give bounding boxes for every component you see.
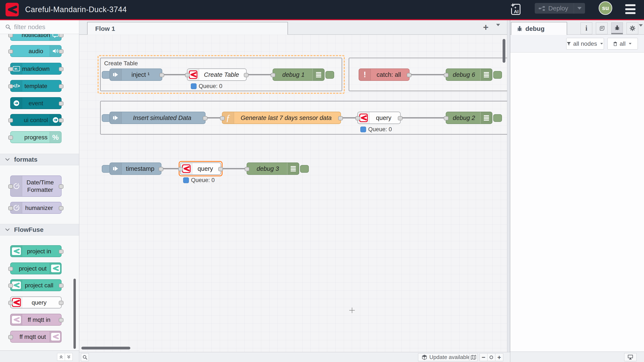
- node-query3-selected[interactable]: query: [180, 163, 221, 175]
- debug-filter-button[interactable]: all nodes: [566, 38, 604, 50]
- tab-flow-1[interactable]: Flow 1: [87, 22, 288, 35]
- output-port[interactable]: [338, 116, 343, 120]
- sidebar-splitter[interactable]: [507, 20, 510, 362]
- sidebar-tab-config[interactable]: [626, 22, 638, 34]
- palette-scrollbar[interactable]: [74, 279, 76, 349]
- debug-messages-panel[interactable]: [510, 52, 644, 352]
- zoom-controls: − +: [480, 353, 503, 361]
- status-dot: [191, 83, 196, 89]
- canvas-vertical-scrollbar[interactable]: [502, 39, 505, 63]
- sidebar-tab-info[interactable]: i: [580, 22, 592, 34]
- debug-toggle-button[interactable]: [493, 114, 502, 122]
- palette-section-formats[interactable]: formats: [0, 154, 79, 165]
- flowfuse-logo[interactable]: [6, 3, 19, 16]
- wire[interactable]: [160, 168, 181, 169]
- caret-down-icon: [639, 24, 643, 30]
- input-port[interactable]: [444, 73, 448, 77]
- output-port[interactable]: [160, 73, 164, 77]
- palette-node-ff-mqtt-out[interactable]: ff mqtt out: [10, 331, 62, 343]
- palette-node-query[interactable]: query: [10, 297, 62, 308]
- node-catch-all[interactable]: ! catch: all: [359, 68, 410, 81]
- deploy-options-caret[interactable]: [574, 3, 585, 14]
- map-icon: [471, 355, 476, 360]
- node-inject1[interactable]: inject ¹: [110, 68, 162, 81]
- input-port[interactable]: [245, 167, 250, 171]
- minimap-toggle-button[interactable]: [469, 353, 478, 361]
- palette-node-project-call[interactable]: project call: [10, 279, 62, 291]
- inject-button[interactable]: [102, 165, 110, 173]
- palette-node-humanizer[interactable]: humanizer: [10, 202, 62, 214]
- palette-node-progress[interactable]: progress %: [10, 131, 62, 143]
- main-menu-button[interactable]: [625, 4, 636, 14]
- update-available-button[interactable]: Update available: [418, 353, 474, 361]
- queue-status-badge: Queue: 0: [360, 126, 392, 133]
- event-arrow-icon: [11, 98, 22, 109]
- palette-search[interactable]: [0, 20, 79, 34]
- node-insert-simulated-data[interactable]: Insert simulated Data: [110, 112, 206, 124]
- palette-node-datetime-formatter[interactable]: Date/Time Formatter: [10, 176, 62, 197]
- input-port[interactable]: [356, 116, 360, 120]
- node-debug2[interactable]: debug 2: [446, 112, 492, 124]
- node-debug1[interactable]: debug 1: [272, 68, 324, 81]
- input-port[interactable]: [178, 167, 183, 171]
- node-debug6[interactable]: debug 6: [446, 68, 492, 81]
- inject-button[interactable]: [102, 71, 110, 79]
- debug-toggle-button[interactable]: [300, 165, 309, 173]
- input-port[interactable]: [220, 116, 225, 120]
- debug-toggle-button[interactable]: [326, 71, 334, 79]
- zoom-in-button[interactable]: +: [495, 353, 503, 361]
- canvas-search-button[interactable]: [81, 353, 89, 361]
- wire[interactable]: [400, 117, 446, 119]
- sidebar-tab-debug[interactable]: debug: [511, 22, 567, 35]
- palette-node-template[interactable]: </> template: [10, 80, 62, 92]
- user-avatar[interactable]: su: [599, 1, 612, 15]
- output-port[interactable]: [218, 167, 223, 171]
- palette-scroll-area[interactable]: notification audio M↓ markdown: [0, 34, 79, 351]
- debug-toggle-button[interactable]: [493, 71, 502, 79]
- output-port[interactable]: [203, 116, 208, 120]
- palette-node-markdown[interactable]: M↓ markdown: [10, 63, 62, 75]
- flow-canvas[interactable]: Create Table inject ¹ Create Table: [79, 35, 507, 352]
- inject-button[interactable]: [102, 114, 110, 122]
- flow-list-button[interactable]: [496, 26, 500, 30]
- palette-node-ui-control[interactable]: ui control: [10, 114, 62, 126]
- sidebar-more-tabs-button[interactable]: [639, 26, 643, 30]
- output-port[interactable]: [407, 73, 412, 77]
- input-port[interactable]: [271, 73, 275, 77]
- node-create-table[interactable]: Create Table: [187, 68, 246, 81]
- output-port[interactable]: [244, 73, 248, 77]
- filter-nodes-input[interactable]: [14, 23, 74, 31]
- palette-collapse-all-button[interactable]: [57, 353, 65, 361]
- zoom-reset-button[interactable]: [488, 353, 495, 361]
- svg-text:M↓: M↓: [14, 67, 18, 70]
- sidebar-tab-debug-button[interactable]: [611, 22, 623, 34]
- node-debug3[interactable]: debug 3: [246, 163, 299, 175]
- svg-text:AI: AI: [514, 9, 518, 14]
- debug-clear-button[interactable]: all: [607, 38, 638, 50]
- input-port[interactable]: [185, 73, 190, 77]
- palette-node-event[interactable]: event: [10, 97, 62, 109]
- deploy-button[interactable]: Deploy: [535, 3, 585, 14]
- add-flow-button[interactable]: +: [480, 22, 491, 32]
- wire[interactable]: [220, 168, 248, 169]
- wire[interactable]: [409, 74, 446, 75]
- node-generate-sensor-data[interactable]: ƒ Generate last 7 days sensor data: [222, 112, 341, 124]
- canvas-horizontal-scrollbar[interactable]: [81, 347, 130, 350]
- palette-node-notification[interactable]: notification: [10, 34, 62, 41]
- node-timestamp[interactable]: timestamp: [110, 163, 162, 175]
- palette-expand-all-button[interactable]: [65, 353, 72, 361]
- palette-section-flowfuse[interactable]: FlowFuse: [0, 224, 79, 235]
- palette-node-project-out[interactable]: project out: [10, 262, 62, 274]
- output-port[interactable]: [159, 167, 163, 171]
- node-query2[interactable]: query: [357, 112, 400, 124]
- input-port[interactable]: [444, 116, 448, 120]
- output-port[interactable]: [398, 116, 402, 120]
- sidebar-tab-help[interactable]: [596, 22, 608, 34]
- palette-node-audio[interactable]: audio: [10, 45, 62, 57]
- inject-arrow-icon: [110, 69, 122, 80]
- palette-node-ff-mqtt-in[interactable]: ff mqtt in: [10, 314, 62, 326]
- open-dashboard-button[interactable]: [624, 353, 636, 361]
- zoom-out-button[interactable]: −: [480, 353, 488, 361]
- ai-assistant-button[interactable]: AI: [510, 2, 522, 16]
- palette-node-project-in[interactable]: project in: [10, 245, 62, 257]
